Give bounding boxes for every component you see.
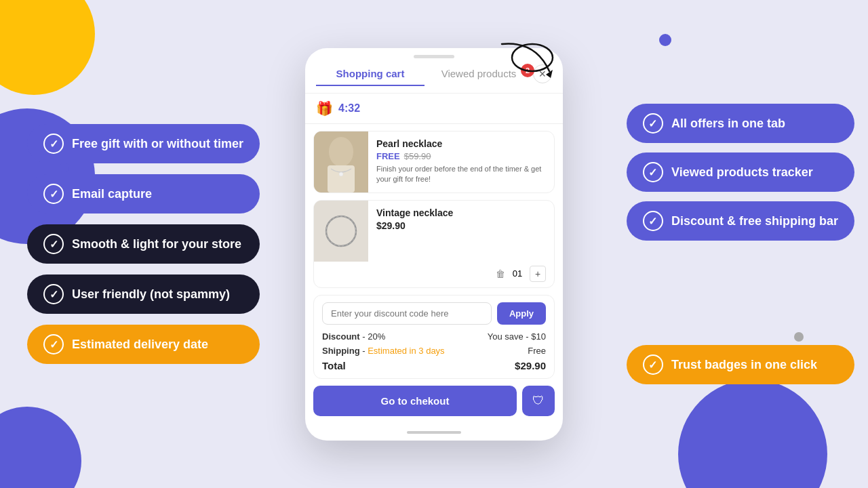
- check-icon-estimated-delivery: ✓: [43, 334, 64, 354]
- shipping-label: Shipping - Estimated in 3 days: [322, 346, 445, 356]
- feature-estimated-delivery-label: Estimated delivery date: [72, 338, 208, 352]
- total-value: $29.90: [515, 360, 546, 371]
- feature-email-capture-label: Email capture: [72, 187, 152, 201]
- discount-input-row: Apply: [322, 302, 546, 325]
- feature-email-capture: ✓ Email capture: [27, 174, 260, 214]
- left-panel: ✓ Free gift with or without timer ✓ Emai…: [27, 124, 260, 364]
- discount-code-input[interactable]: [322, 302, 492, 325]
- gift-icon: 🎁: [316, 100, 333, 117]
- svg-point-3: [339, 172, 343, 176]
- price-free-label: FREE: [376, 151, 400, 161]
- phone-bottom-bar: [305, 426, 563, 441]
- phone-bottom-notch: [407, 431, 461, 434]
- product-price-vintage: $29.90: [376, 220, 546, 231]
- feature-estimated-delivery: ✓ Estimated delivery date: [27, 325, 260, 364]
- product-desc-pearl: Finish your order before the end of the …: [376, 164, 546, 185]
- price-original-pearl: $59.90: [404, 151, 431, 161]
- check-icon-viewed-products: ✓: [643, 162, 663, 182]
- shipping-row: Shipping - Estimated in 3 days Free: [322, 346, 546, 356]
- product-info-pearl: Pearl necklace FREE $59.90 Finish your o…: [368, 131, 554, 192]
- discount-percent: - 20%: [362, 331, 385, 342]
- svg-point-1: [329, 137, 353, 167]
- qty-increment-button[interactable]: +: [530, 266, 546, 282]
- product-price-pearl: FREE $59.90: [376, 151, 546, 161]
- product-info-vintage: Vintage necklace $29.90: [368, 201, 554, 262]
- product-qty-row: 🗑 01 +: [314, 262, 554, 287]
- feature-trust-badges-label: Trust badges in one click: [671, 358, 817, 372]
- feature-all-offers-label: All offers in one tab: [671, 117, 785, 131]
- apply-button[interactable]: Apply: [497, 302, 546, 325]
- product-card-vintage-inner: Vintage necklace $29.90: [314, 201, 554, 262]
- product-name-vintage: Vintage necklace: [376, 207, 546, 218]
- product-card-vintage: Vintage necklace $29.90 🗑 01 +: [313, 200, 555, 288]
- price-vintage: $29.90: [376, 220, 406, 231]
- check-icon-trust-badges: ✓: [643, 354, 663, 375]
- feature-trust-badges: ✓ Trust badges in one click: [627, 345, 854, 384]
- feature-viewed-products: ✓ Viewed products tracker: [627, 152, 854, 192]
- check-icon-user-friendly: ✓: [43, 284, 64, 304]
- product-image-vintage: [314, 201, 368, 262]
- arrow-annotation: [495, 37, 576, 94]
- check-icon-all-offers: ✓: [643, 113, 663, 134]
- phone-mockup: Shopping cart Viewed products 2 ✕ 🎁 4:32: [305, 48, 563, 441]
- discount-label: Discount - 20%: [322, 331, 385, 342]
- tab-shopping-cart[interactable]: Shopping cart: [316, 62, 425, 86]
- feature-free-gift: ✓ Free gift with or without timer: [27, 124, 260, 163]
- check-icon-email-capture: ✓: [43, 184, 64, 204]
- trash-icon[interactable]: 🗑: [496, 268, 505, 279]
- gift-timer: 🎁 4:32: [305, 94, 563, 124]
- feature-smooth: ✓ Smooth & light for your store: [27, 224, 260, 264]
- product-image-pearl: [314, 131, 368, 192]
- feature-discount-shipping-label: Discount & free shipping bar: [671, 214, 838, 228]
- feature-discount-shipping: ✓ Discount & free shipping bar: [627, 201, 854, 241]
- shipping-value: Free: [528, 346, 546, 356]
- timer-value: 4:32: [338, 102, 360, 115]
- discount-section: Apply Discount - 20% You save - $10 Ship…: [313, 295, 555, 379]
- feature-user-friendly: ✓ User friendly (not spammy): [27, 274, 260, 314]
- product-card-pearl-inner: Pearl necklace FREE $59.90 Finish your o…: [314, 131, 554, 192]
- shield-icon: 🛡: [532, 394, 545, 408]
- shipping-estimate: Estimated in 3 days: [368, 346, 444, 356]
- right-panel: ✓ All offers in one tab ✓ Viewed product…: [627, 104, 854, 384]
- discount-save-value: You save - $10: [488, 331, 546, 342]
- total-label: Total: [322, 360, 346, 371]
- product-name-pearl: Pearl necklace: [376, 138, 546, 149]
- svg-rect-4: [314, 201, 368, 262]
- feature-user-friendly-label: User friendly (not spammy): [72, 287, 230, 302]
- feature-smooth-label: Smooth & light for your store: [72, 237, 241, 251]
- check-icon-free-gift: ✓: [43, 134, 64, 154]
- svg-point-8: [512, 44, 553, 71]
- phone-notch: [414, 55, 454, 58]
- feature-all-offers: ✓ All offers in one tab: [627, 104, 854, 143]
- checkout-button[interactable]: Go to chekout: [313, 386, 517, 416]
- check-icon-discount-shipping: ✓: [643, 211, 663, 231]
- product-card-pearl: Pearl necklace FREE $59.90 Finish your o…: [313, 131, 555, 193]
- total-row: Total $29.90: [322, 360, 546, 371]
- shield-button[interactable]: 🛡: [522, 386, 555, 416]
- discount-row: Discount - 20% You save - $10: [322, 331, 546, 342]
- qty-value: 01: [511, 268, 524, 279]
- feature-viewed-products-label: Viewed products tracker: [671, 165, 813, 180]
- feature-free-gift-label: Free gift with or without timer: [72, 137, 243, 151]
- checkout-row: Go to chekout 🛡: [313, 386, 555, 416]
- check-icon-smooth: ✓: [43, 234, 64, 254]
